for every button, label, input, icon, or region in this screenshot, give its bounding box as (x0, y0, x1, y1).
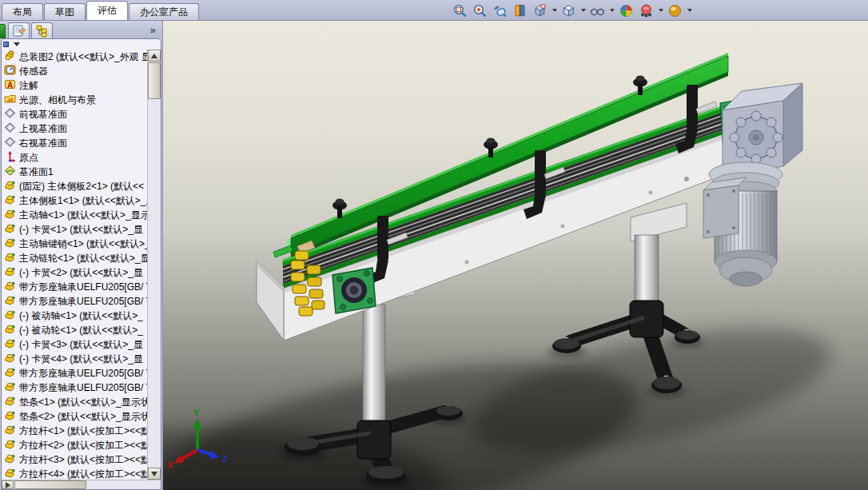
lights-icon (4, 93, 16, 107)
chevron-down-icon[interactable] (14, 42, 20, 46)
flange-bearing[interactable] (332, 268, 376, 313)
tree-item[interactable]: (-) 卡簧<4> (默认<<默认>_显 (2, 352, 147, 366)
part-icon (4, 208, 16, 222)
tree-item[interactable]: (-) 被动轮<1> (默认<<默认>_ (2, 323, 147, 337)
motor[interactable] (703, 162, 782, 286)
scrollbar-thumb[interactable] (148, 62, 161, 99)
tree-item[interactable]: (固定) 主体侧板2<1> (默认<< (2, 179, 147, 193)
tree-item[interactable]: 基准面1 (2, 165, 147, 179)
display-style-icon[interactable] (560, 2, 577, 19)
dropdown-arrow-icon[interactable] (552, 9, 557, 12)
part-icon (4, 251, 16, 265)
tree-item[interactable]: 前视基准面 (2, 107, 147, 122)
stand-column (363, 305, 385, 426)
configurationmanager-tab[interactable] (31, 22, 53, 38)
end-plate[interactable] (257, 260, 284, 341)
command-tab-2[interactable]: 草图 (44, 3, 86, 20)
tree-item-label: 方拉杆<4> (默认<按加工><<默 (19, 468, 147, 480)
panel-expand-button[interactable]: » (150, 24, 156, 36)
tree-item-label: 前视基准面 (19, 108, 67, 122)
solidworks-window: 布局草图评估办公室产品 » 总装图2 (默认<<默认>_外观 显示传感器A注解光… (0, 0, 868, 490)
scroll-down-button[interactable] (148, 468, 161, 480)
previous-view-icon[interactable] (492, 2, 508, 19)
dropdown-arrow-icon[interactable] (610, 9, 615, 12)
tree-item[interactable]: 带方形座轴承UELFU205[GB/ T (2, 366, 147, 380)
tree-item[interactable]: (-) 卡簧<3> (默认<<默认>_显 (2, 337, 147, 352)
tree-item[interactable]: 方拉杆<1> (默认<按加工><<默 (2, 424, 147, 438)
zoom-to-fit-icon[interactable] (452, 2, 468, 19)
hscrollbar-thumb[interactable] (14, 480, 86, 489)
floor-shadow (163, 304, 841, 490)
part-icon (4, 467, 16, 480)
tree-item[interactable]: 带方形座轴承UELFU205[GB/ T (2, 294, 147, 309)
tree-item[interactable]: 主动链轮<1> (默认<<默认>_显 (2, 251, 147, 265)
tree-item[interactable]: 方拉杆<2> (默认<按加工><<默 (2, 438, 147, 452)
dropdown-arrow-icon[interactable] (581, 9, 586, 12)
panel-tab-bar: » (0, 21, 162, 38)
command-tab-4[interactable]: 办公室产品 (129, 3, 199, 20)
view-settings-icon[interactable] (638, 2, 655, 19)
tree-item[interactable]: (-) 卡簧<1> (默认<<默认>_显 (2, 222, 147, 237)
tree-item[interactable]: 右视基准面 (2, 136, 147, 150)
scroll-right-button[interactable] (2, 480, 14, 489)
tree-item[interactable]: 带方形座轴承UELFU205[GB/ T (2, 380, 147, 395)
tree-item[interactable]: A注解 (2, 78, 147, 93)
triad-x-label: X (167, 460, 173, 470)
tree-item[interactable]: (-) 卡簧<2> (默认<<默认>_显 (2, 265, 147, 280)
tree-item[interactable]: 上视基准面 (2, 122, 147, 136)
command-tab-3[interactable]: 评估 (86, 1, 128, 20)
zoom-to-area-icon[interactable] (472, 2, 488, 19)
tree-item-label: 主动链轮<1> (默认<<默认>_显 (19, 252, 147, 265)
tree-item[interactable]: 方拉杆<4> (默认<按加工><<默 (2, 467, 147, 480)
tree-item-label: (-) 卡簧<1> (默认<<默认>_显 (19, 223, 143, 237)
section-view-icon[interactable] (512, 2, 528, 19)
scroll-up-button[interactable] (148, 50, 161, 62)
dropdown-arrow-icon[interactable] (687, 9, 692, 12)
svg-text:A: A (7, 81, 13, 90)
tree-item-label: 方拉杆<2> (默认<按加工><<默 (19, 439, 147, 452)
tree-item[interactable]: 垫条<1> (默认<<默认>_显示状 (2, 395, 147, 409)
annotations-icon: A (4, 78, 16, 93)
tree-item-label: (-) 被动轴<1> (默认<<默认>_ (19, 309, 143, 323)
tree-item-label: 垫条<1> (默认<<默认>_显示状 (19, 396, 147, 409)
featuremanager-tab[interactable] (0, 24, 6, 38)
reference-triad: X Y Z (163, 396, 243, 476)
tree-item[interactable]: 方拉杆<3> (默认<按加工><<默 (2, 452, 147, 467)
tree-item-label: 传感器 (19, 65, 48, 78)
tree-item[interactable]: 光源、相机与布景 (2, 93, 147, 107)
tree-root-assembly[interactable]: 总装图2 (默认<<默认>_外观 显示 (2, 50, 147, 64)
feature-tree-container: 总装图2 (默认<<默认>_外观 显示传感器A注解光源、相机与布景前视基准面上视… (1, 38, 161, 490)
part-icon (4, 352, 16, 366)
chain-track[interactable] (283, 95, 772, 289)
tree-horizontal-scrollbar[interactable] (2, 480, 161, 489)
command-tab-strip: 布局草图评估办公室产品 (0, 0, 868, 21)
hide-show-items-icon[interactable] (589, 2, 606, 19)
tree-item[interactable]: 主动轴键销<1> (默认<<默认>_ (2, 237, 147, 251)
tree-item[interactable]: 主动轴<1> (默认<<默认>_显示 (2, 208, 147, 222)
stand-column (635, 235, 659, 309)
tree-item-label: 垫条<2> (默认<<默认>_显示状 (19, 410, 147, 424)
apply-scene-icon[interactable] (618, 2, 635, 19)
part-icon (4, 424, 16, 438)
part-icon (4, 438, 16, 452)
tree-item[interactable]: 原点 (2, 150, 147, 165)
graphics-viewport[interactable]: X Y Z (163, 21, 868, 490)
propertymanager-tab[interactable] (8, 22, 30, 38)
edit-appearance-icon[interactable] (667, 2, 683, 19)
conveyor-assembly-model[interactable] (163, 21, 868, 490)
command-tab-1[interactable]: 布局 (2, 3, 43, 20)
gearbox[interactable] (723, 83, 802, 176)
tree-item-label: 带方形座轴承UELFU205[GB/ T (19, 281, 147, 294)
view-orientation-icon[interactable] (532, 2, 548, 19)
assembly-icon (4, 50, 16, 64)
tree-item[interactable]: 主体侧板1<1> (默认<<默认>_显 (2, 193, 147, 208)
tree-item[interactable]: 带方形座轴承UELFU205[GB/ T (2, 280, 147, 294)
tree-item[interactable]: (-) 被动轴<1> (默认<<默认>_ (2, 309, 147, 323)
scroll-up-icon (151, 54, 157, 58)
sensor-block[interactable] (273, 245, 293, 257)
tree-item[interactable]: 传感器 (2, 64, 147, 78)
dropdown-arrow-icon[interactable] (659, 9, 663, 12)
tree-item-label: 右视基准面 (19, 137, 67, 150)
tree-item[interactable]: 垫条<2> (默认<<默认>_显示状 (2, 409, 147, 424)
tree-vertical-scrollbar[interactable] (147, 50, 161, 480)
